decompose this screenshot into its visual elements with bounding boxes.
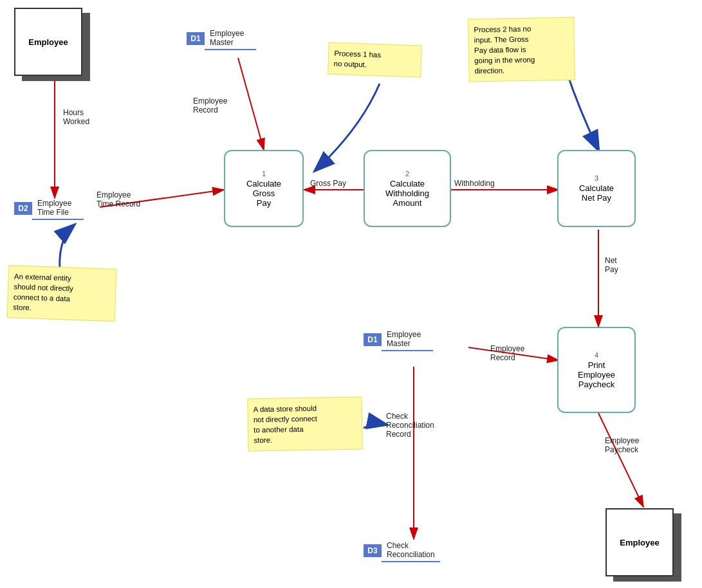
sticky-3: An external entityshould not directlycon…	[7, 265, 117, 322]
process-3-label: CalculateNet Pay	[579, 183, 614, 203]
datastore-d2-name: EmployeeTime File	[32, 197, 84, 220]
datastore-d1-bottom-name: EmployeeMaster	[382, 328, 433, 351]
datastore-d1-bottom: D1 EmployeeMaster	[364, 328, 433, 351]
datastore-d1-top-name: EmployeeMaster	[205, 27, 256, 50]
process-4-label: PrintEmployeePaycheck	[578, 360, 615, 389]
datastore-d1-bottom-label: D1	[364, 333, 382, 346]
sticky-1: Process 1 hasno output.	[328, 42, 422, 77]
svg-line-5	[238, 58, 264, 150]
process-2-label: CalculateWithholdingAmount	[385, 179, 429, 208]
process-4-num: 4	[595, 351, 598, 359]
process-3: 3 CalculateNet Pay	[557, 150, 636, 227]
label-employee-record-top: EmployeeRecord	[193, 96, 227, 115]
datastore-d3: D3 CheckReconciliation	[364, 539, 440, 562]
label-employee-paycheck: EmployeePaycheck	[605, 436, 639, 454]
sticky-2: Process 2 has noinput. The GrossPay data…	[468, 17, 575, 82]
svg-line-10	[598, 413, 643, 507]
sticky-2-text: Process 2 has noinput. The GrossPay data…	[474, 25, 535, 75]
process-1-num: 1	[262, 170, 266, 178]
datastore-d2: D2 EmployeeTime File	[14, 197, 84, 220]
process-3-num: 3	[595, 174, 598, 182]
process-2-num: 2	[405, 170, 409, 178]
label-withholding: Withholding	[454, 179, 495, 188]
datastore-d2-label: D2	[14, 202, 32, 215]
label-hours-worked: HoursWorked	[63, 108, 89, 126]
sticky-4: A data store shouldnot directly connectt…	[247, 396, 362, 451]
employee-top-entity: Employee	[14, 8, 82, 76]
label-employee-record-bottom: EmployeeRecord	[490, 344, 524, 362]
process-4: 4 PrintEmployeePaycheck	[557, 327, 636, 413]
datastore-d3-label: D3	[364, 544, 382, 557]
employee-bottom-entity: Employee	[605, 508, 674, 576]
employee-top-label: Employee	[28, 37, 68, 47]
label-gross-pay: Gross Pay	[310, 179, 346, 188]
label-check-reconciliation-record: CheckReconciliationRecord	[386, 412, 434, 439]
process-2: 2 CalculateWithholdingAmount	[364, 150, 451, 227]
sticky-4-text: A data store shouldnot directly connectt…	[253, 405, 317, 445]
label-net-pay: NetPay	[605, 256, 618, 274]
process-1-label: CalculateGrossPay	[246, 179, 281, 208]
diagram: Employee Employee D1 EmployeeMaster D2 E…	[0, 0, 702, 588]
employee-bottom-label: Employee	[620, 538, 659, 547]
sticky-3-text: An external entityshould not directlycon…	[13, 272, 73, 311]
datastore-d1-top: D1 EmployeeMaster	[187, 27, 256, 50]
datastore-d1-top-label: D1	[187, 32, 205, 45]
datastore-d3-name: CheckReconciliation	[382, 539, 440, 562]
label-employee-time-record: EmployeeTime Record	[97, 190, 140, 208]
process-1: 1 CalculateGrossPay	[224, 150, 304, 227]
sticky-1-text: Process 1 hasno output.	[334, 50, 382, 69]
